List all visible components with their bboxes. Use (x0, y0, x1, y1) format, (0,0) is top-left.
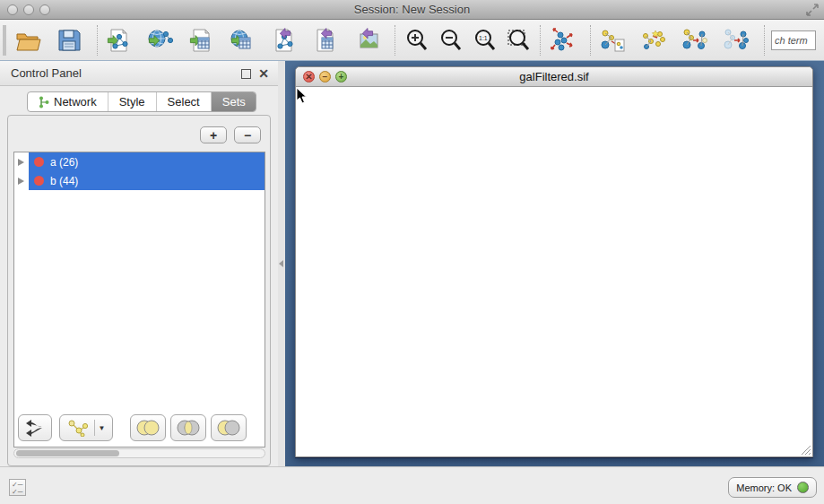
network-view-window[interactable]: ✕ − + galFiltered.sif (295, 66, 813, 457)
remove-set-button[interactable]: − (234, 126, 261, 143)
create-set-from-network-button[interactable]: ▼ (59, 414, 113, 441)
toolbar-separator (97, 25, 98, 56)
import-network-file-icon (106, 27, 133, 56)
memory-status-button[interactable]: Memory: OK (728, 477, 817, 498)
collapse-panel-icon[interactable] (279, 260, 283, 267)
set-color-dot-icon (34, 157, 44, 167)
status-bar: ✓─✓─ Memory: OK (0, 466, 824, 504)
set-row-b[interactable]: b (44) (14, 171, 265, 190)
svg-text:1:1: 1:1 (479, 35, 488, 41)
set-label: b (44) (50, 175, 78, 187)
import-network-web-icon (147, 27, 174, 56)
zoom-in-button[interactable] (402, 26, 432, 56)
export-image-button[interactable] (351, 26, 382, 56)
set-union-button[interactable] (130, 414, 166, 441)
toolbar-drag-handle[interactable] (3, 25, 6, 56)
control-panel: Control Panel ✕ Network Style Select Set… (0, 61, 278, 466)
network-tab-icon (39, 96, 49, 109)
sets-horizontal-scrollbar[interactable] (13, 448, 265, 458)
select-from-button[interactable] (680, 26, 710, 56)
expand-triangle-icon[interactable] (18, 159, 24, 166)
venn-union-icon (135, 419, 160, 437)
network-desktop: ✕ − + galFiltered.sif (285, 61, 824, 466)
split-arrows-icon (25, 419, 45, 437)
export-image-icon (353, 27, 380, 56)
control-panel-tabs: Network Style Select Sets (27, 91, 256, 112)
network-window-title: galFiltered.sif (296, 70, 812, 83)
zoom-in-icon (403, 27, 430, 56)
tab-network[interactable]: Network (28, 92, 108, 111)
export-table-icon (312, 27, 339, 56)
search-input[interactable] (771, 30, 816, 50)
network-window-titlebar[interactable]: ✕ − + galFiltered.sif (296, 67, 812, 87)
zoom-out-button[interactable] (436, 26, 466, 56)
select-faded-icon (723, 27, 750, 56)
memory-status-label: Memory: OK (736, 482, 792, 493)
import-table-file-icon (188, 27, 215, 56)
toolbar-separator (540, 25, 541, 56)
open-file-button[interactable] (13, 26, 43, 56)
select-stars-icon (640, 27, 667, 56)
zoom-actual-icon: 1:1 (472, 27, 499, 56)
expand-triangle-icon[interactable] (18, 178, 24, 185)
mouse-cursor (296, 87, 308, 104)
select-from-icon (681, 27, 708, 56)
save-session-icon (56, 27, 82, 56)
scrollbar-thumb[interactable] (16, 450, 119, 456)
import-network-web-button[interactable] (145, 26, 176, 56)
control-panel-title: Control Panel (11, 66, 82, 80)
export-network-button[interactable] (269, 26, 299, 56)
dropdown-arrow-icon[interactable]: ▼ (99, 424, 106, 432)
toolbar-separator (590, 25, 591, 56)
zoom-out-icon (438, 27, 464, 56)
checklist-icon: ✓─✓─ (12, 481, 22, 496)
resize-grip-icon[interactable] (800, 444, 811, 455)
fullscreen-icon[interactable] (806, 4, 819, 16)
layout-button[interactable] (547, 26, 577, 56)
toolbar-separator (764, 25, 765, 56)
panel-divider[interactable] (278, 61, 285, 466)
control-panel-header: Control Panel ✕ (0, 61, 278, 86)
sets-list: a (26) b (44) (13, 152, 265, 448)
tab-style[interactable]: Style (108, 92, 157, 111)
layout-icon (549, 27, 576, 56)
copy-view-icon (599, 27, 626, 56)
zoom-fit-icon (506, 27, 533, 56)
button-divider (94, 420, 95, 436)
import-table-web-button[interactable] (228, 26, 258, 56)
split-sets-button[interactable] (18, 414, 52, 441)
set-label: a (26) (50, 156, 78, 169)
venn-difference-icon (216, 419, 241, 437)
save-session-button[interactable] (54, 26, 84, 56)
main-toolbar: 1:1? (0, 20, 824, 61)
edge-layer (296, 87, 812, 456)
toolbar-separator (395, 25, 395, 56)
open-file-icon (14, 27, 41, 56)
yellow-network-icon (67, 419, 89, 437)
import-table-file-button[interactable] (186, 26, 217, 56)
zoom-fit-button[interactable] (504, 26, 534, 56)
select-faded-button[interactable] (721, 26, 751, 56)
set-row-a[interactable]: a (26) (14, 152, 265, 171)
tab-select[interactable]: Select (157, 92, 212, 111)
venn-intersection-icon (176, 419, 201, 437)
network-canvas[interactable] (296, 87, 812, 456)
window-title: Session: New Session (0, 3, 824, 16)
close-panel-icon[interactable]: ✕ (258, 67, 269, 80)
zoom-actual-button[interactable]: 1:1 (470, 26, 500, 56)
tab-sets[interactable]: Sets (212, 92, 256, 111)
copy-view-button[interactable] (597, 26, 628, 56)
float-panel-icon[interactable] (241, 69, 251, 79)
memory-ok-dot-icon (797, 482, 809, 493)
set-intersection-button[interactable] (170, 414, 206, 441)
select-stars-button[interactable] (638, 26, 669, 56)
task-history-button[interactable]: ✓─✓─ (9, 479, 26, 496)
add-set-button[interactable]: + (200, 126, 227, 143)
export-network-icon (271, 27, 298, 56)
export-table-button[interactable] (310, 26, 341, 56)
app-titlebar: Session: New Session (0, 0, 824, 20)
import-network-file-button[interactable] (104, 26, 134, 56)
set-difference-button[interactable] (211, 414, 247, 441)
import-table-web-icon (230, 27, 256, 56)
set-color-dot-icon (34, 176, 44, 186)
